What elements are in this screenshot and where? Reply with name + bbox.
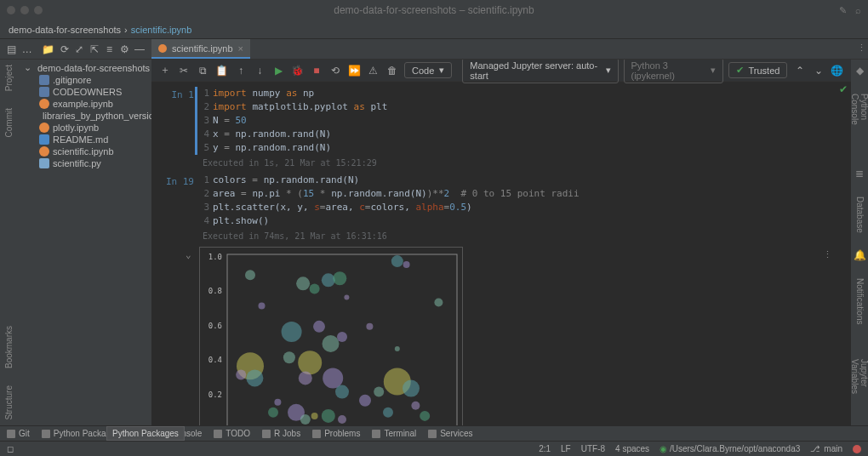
- search-icon[interactable]: ⌕: [855, 5, 861, 16]
- code-line[interactable]: colors = np.random.rand(N): [213, 174, 359, 187]
- status-encoding[interactable]: UTF-8: [581, 444, 605, 453]
- move-up-icon[interactable]: ↑: [234, 63, 248, 78]
- collapse-icon[interactable]: ⇱: [89, 43, 100, 55]
- trusted-toggle[interactable]: ✔ Trusted: [728, 62, 788, 78]
- move-down-icon[interactable]: ↓: [253, 63, 266, 78]
- hide-icon[interactable]: —: [134, 43, 145, 55]
- tree-item-label: example.ipynb: [53, 99, 113, 109]
- tw-problems[interactable]: Problems: [312, 429, 360, 438]
- svg-point-26: [338, 415, 346, 424]
- code-line[interactable]: area = np.pi * (15 * np.random.rand(N))*…: [213, 187, 580, 201]
- restart-icon[interactable]: ⟲: [328, 63, 342, 78]
- code-line[interactable]: N = 50: [213, 114, 247, 128]
- line-number: 1: [199, 174, 213, 187]
- tool-structure[interactable]: Structure: [4, 385, 14, 420]
- status-caret-pos[interactable]: 2:1: [539, 444, 551, 453]
- tree-item[interactable]: scientific.ipynb: [17, 145, 151, 157]
- inspection-ok-icon[interactable]: ✔: [839, 83, 848, 95]
- tree-item[interactable]: README.md: [17, 134, 151, 145]
- status-indent[interactable]: 4 spaces: [615, 444, 649, 453]
- project-tree[interactable]: ⌄ demo-data-for-screenshots ~/Data .giti…: [17, 60, 151, 425]
- run-all-icon[interactable]: ⏩: [347, 63, 361, 78]
- dropdown-icon[interactable]: …: [22, 43, 32, 55]
- expand-up-icon[interactable]: ⌃: [792, 63, 806, 78]
- tree-item[interactable]: CODEOWNERS: [17, 86, 151, 98]
- expand-down-icon[interactable]: ⌄: [812, 63, 825, 78]
- svg-point-12: [322, 273, 335, 287]
- cell-more-icon[interactable]: ⋮: [823, 248, 832, 262]
- add-cell-icon[interactable]: ＋: [158, 63, 172, 78]
- jupyter-file-icon: [158, 44, 167, 53]
- status-line-sep[interactable]: LF: [561, 444, 571, 453]
- tool-project[interactable]: Project: [4, 65, 14, 91]
- python-console-icon[interactable]: ◆: [856, 65, 864, 77]
- settings-icon[interactable]: ⚙: [119, 43, 129, 55]
- tw-services[interactable]: Services: [428, 429, 472, 438]
- stop-icon[interactable]: ■: [310, 63, 323, 78]
- folder-icon[interactable]: 📁: [43, 43, 54, 55]
- tree-item[interactable]: .gitignore: [17, 74, 151, 86]
- minimize-window-icon[interactable]: [20, 6, 29, 14]
- status-git-branch[interactable]: ⎇main: [810, 444, 842, 453]
- tw-git[interactable]: Git: [7, 429, 30, 438]
- run-cell-icon[interactable]: ▶: [271, 63, 285, 78]
- code-line[interactable]: y = np.random.rand(N): [213, 141, 331, 155]
- editor-tab[interactable]: scientific.ipynb ×: [151, 39, 250, 59]
- debug-cell-icon[interactable]: 🐞: [291, 63, 305, 78]
- kernel-dropdown[interactable]: Python 3 (ipykernel)▾: [624, 60, 723, 83]
- svg-point-38: [366, 323, 373, 330]
- cut-icon[interactable]: ✂: [177, 63, 191, 78]
- svg-point-31: [403, 380, 420, 397]
- tree-item[interactable]: example.ipynb: [17, 98, 151, 110]
- refresh-icon[interactable]: ⟳: [60, 43, 70, 55]
- status-error-icon[interactable]: [853, 445, 861, 453]
- notifications-icon[interactable]: 🔔: [854, 249, 866, 261]
- browser-icon[interactable]: 🌐: [831, 63, 844, 78]
- expand-icon[interactable]: ⤢: [74, 43, 84, 55]
- close-tab-icon[interactable]: ×: [238, 43, 243, 54]
- copy-icon[interactable]: ⧉: [196, 63, 209, 78]
- tree-root[interactable]: ⌄ demo-data-for-screenshots ~/Data: [17, 61, 151, 74]
- paste-icon[interactable]: 📋: [215, 63, 229, 78]
- code-line[interactable]: x = np.random.rand(N): [213, 128, 331, 141]
- maximize-window-icon[interactable]: [34, 6, 43, 14]
- code-line[interactable]: import matplotlib.pyplot as plt: [213, 100, 387, 114]
- tree-item[interactable]: scientific.py: [17, 157, 151, 169]
- cell-type-dropdown[interactable]: Code▾: [404, 62, 452, 78]
- code-cell[interactable]: In 191colors = np.random.rand(N)2area = …: [157, 174, 834, 243]
- tool-database[interactable]: Database: [855, 197, 865, 233]
- svg-point-35: [403, 261, 410, 268]
- tw-terminal[interactable]: Terminal: [372, 429, 416, 438]
- database-icon[interactable]: ≣: [855, 168, 864, 180]
- close-window-icon[interactable]: [7, 6, 15, 14]
- delete-icon[interactable]: 🗑: [385, 63, 399, 78]
- code-line[interactable]: plt.show(): [213, 214, 269, 228]
- show-options-icon[interactable]: ≡: [105, 43, 115, 55]
- tool-commit[interactable]: Commit: [4, 108, 14, 137]
- code-line[interactable]: import numpy as np: [213, 87, 314, 100]
- tool-bookmarks[interactable]: Bookmarks: [4, 326, 14, 368]
- tool-notifications[interactable]: Notifications: [855, 278, 865, 324]
- clear-output-icon[interactable]: ⚠: [367, 63, 380, 78]
- tool-window-quick-icon[interactable]: ◻: [7, 444, 14, 453]
- code-line[interactable]: plt.scatter(x, y, s=area, c=colors, alph…: [213, 201, 472, 214]
- breadcrumb-project[interactable]: demo-data-for-screenshots: [9, 25, 121, 35]
- status-interpreter[interactable]: ◉ /Users/Clara.Byrne/opt/anaconda3: [660, 444, 800, 453]
- window-controls[interactable]: [7, 6, 43, 14]
- chevron-down-icon[interactable]: ⌄: [24, 62, 31, 73]
- tool-python-console[interactable]: Python Console: [850, 94, 868, 151]
- tree-item[interactable]: libraries_by_python_version.csv: [17, 110, 151, 122]
- breadcrumb-file[interactable]: scientific.ipynb: [131, 25, 192, 35]
- tab-options-icon[interactable]: ⋮: [854, 39, 868, 59]
- project-view-icon[interactable]: ▤: [7, 43, 17, 55]
- tool-jupyter-variables[interactable]: Jupyter Variables: [850, 359, 868, 420]
- code-cell[interactable]: In 11import numpy as np2import matplotli…: [157, 87, 834, 170]
- tree-item[interactable]: plotly.ipynb: [17, 122, 151, 134]
- tree-item-label: scientific.ipynb: [53, 146, 114, 157]
- jupyter-server-dropdown[interactable]: Managed Jupyter server: auto-start▾: [462, 60, 618, 83]
- tw-r-jobs[interactable]: R Jobs: [262, 429, 300, 438]
- edit-icon[interactable]: ✎: [839, 5, 847, 16]
- collapse-output-icon[interactable]: ⌄: [186, 248, 191, 262]
- terminal-icon: [372, 430, 380, 438]
- tw-todo[interactable]: TODO: [214, 429, 250, 438]
